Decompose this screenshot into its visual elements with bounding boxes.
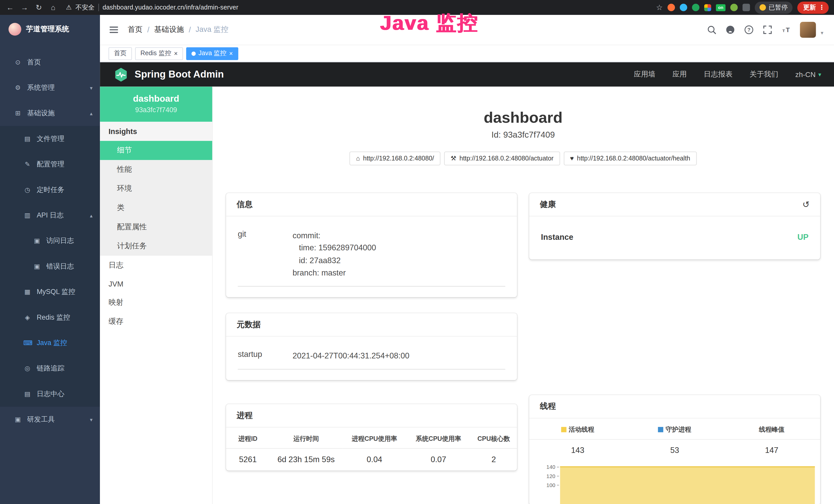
chevron-down-icon: ▾ [90, 85, 92, 91]
sidebar-item-label: Redis 监控 [37, 313, 70, 322]
font-size-icon[interactable]: T T [781, 25, 791, 35]
extension-icon-green[interactable] [692, 4, 699, 11]
sba-item-environment[interactable]: 环境 [100, 179, 212, 199]
help-icon[interactable]: ? [744, 25, 753, 35]
search-icon[interactable] [707, 25, 716, 35]
sidebar-item-java-monitor[interactable]: ⌨ Java 监控 [0, 330, 100, 356]
fullscreen-icon[interactable] [763, 25, 772, 35]
svg-text:T: T [786, 26, 790, 33]
history-icon[interactable]: ↺ [803, 200, 810, 209]
extension-icon-blue-drop[interactable] [680, 4, 687, 11]
sba-item-metrics[interactable]: 性能 [100, 160, 212, 179]
tab-redis-monitor[interactable]: Redis 监控 × [135, 47, 183, 60]
tab-label: Redis 监控 [140, 49, 171, 58]
user-avatar[interactable] [800, 22, 816, 38]
profile-paused-badge[interactable]: 已暂停 [755, 1, 792, 14]
extension-icon-orange[interactable] [667, 4, 675, 11]
sba-item-scheduled-tasks[interactable]: 计划任务 [100, 237, 212, 256]
sba-nav-about[interactable]: 关于我们 [749, 70, 778, 79]
sidebar-item-infrastructure[interactable]: ⊞ 基础设施 ▴ [0, 100, 100, 126]
browser-home-icon[interactable]: ⌂ [48, 3, 58, 12]
cell-pid: 5261 [226, 449, 270, 471]
file-icon: ▤ [23, 135, 31, 142]
sba-item-details[interactable]: 细节 [100, 141, 212, 160]
sidebar-item-scheduled-jobs[interactable]: ◷ 定时任务 [0, 177, 100, 203]
hamburger-icon[interactable] [107, 24, 120, 35]
svg-text:T: T [782, 28, 785, 33]
metadata-startup-row: startup 2021-04-27T00:44:31.254+08:00 [238, 349, 505, 370]
breadcrumb-home[interactable]: 首页 [128, 25, 142, 35]
close-icon[interactable]: × [229, 50, 233, 57]
info-term: git [238, 229, 292, 279]
col-header-pid: 进程ID [226, 428, 270, 449]
screen: ← → ↻ ⌂ ⚠ 不安全 dashboard.yudao.iocoder.cn… [0, 0, 834, 504]
active-threads-series-area [560, 466, 815, 504]
sba-nav-journal[interactable]: 日志报表 [704, 70, 732, 79]
sidebar-item-label: API 日志 [37, 210, 64, 220]
page-subtitle: Id: 93a3fc7f7409 [226, 130, 820, 140]
kebab-menu-icon[interactable]: ⋮ [818, 4, 825, 11]
extension-icon-leaf[interactable] [730, 4, 738, 11]
health-instance-row: Instance UP [541, 229, 809, 249]
actuator-url-link[interactable]: ⚒ http://192.168.0.2:48080/actuator [444, 152, 560, 165]
sidebar-item-config-mgmt[interactable]: ✎ 配置管理 [0, 152, 100, 177]
sidebar-item-log-center[interactable]: ▤ 日志中心 [0, 381, 100, 407]
toolbox-icon: ▣ [14, 416, 22, 423]
forward-icon[interactable]: → [20, 3, 29, 12]
log-center-icon: ▤ [23, 390, 31, 398]
github-icon[interactable] [726, 25, 735, 35]
tab-java-monitor[interactable]: Java 监控 × [186, 47, 238, 60]
breadcrumb-separator [189, 25, 191, 34]
sidebar-item-label: 访问日志 [46, 236, 74, 246]
link-label: http://192.168.0.2:48080/actuator [460, 155, 553, 162]
sidebar-item-api-logs[interactable]: ▥ API 日志 ▴ [0, 203, 100, 228]
sba-item-beans[interactable]: 类 [100, 198, 212, 217]
sidebar-item-system-mgmt[interactable]: ⚙ 系统管理 ▾ [0, 75, 100, 100]
process-table: 进程ID 运行时间 进程CPU使用率 系统CPU使用率 CPU核心数 5261 … [226, 428, 517, 471]
locale-select[interactable]: zh-CN ▾ [795, 70, 821, 78]
close-icon[interactable]: × [174, 50, 178, 57]
sidebar-item-file-mgmt[interactable]: ▤ 文件管理 [0, 126, 100, 152]
link-label: http://192.168.0.2:48080/actuator/health [577, 155, 690, 162]
sidebar-item-error-logs[interactable]: ▣ 错误日志 [0, 254, 100, 279]
profile-emoji-icon [760, 4, 766, 11]
chrome-update-button[interactable]: 更新 ⋮ [797, 1, 829, 14]
instance-name: dashboard [104, 93, 208, 104]
tab-home[interactable]: 首页 [108, 47, 132, 60]
sba-nav-wallboard[interactable]: 应用墙 [634, 70, 656, 79]
sidebar-item-dev-tools[interactable]: ▣ 研发工具 ▾ [0, 407, 100, 432]
reload-icon[interactable]: ↻ [34, 3, 44, 12]
back-icon[interactable]: ← [5, 3, 15, 12]
admin-sidebar: 芋道管理系统 ⊙ 首页 ⚙ 系统管理 ▾ ⊞ 基础设施 ▴ [0, 15, 100, 504]
sba-item-config-props[interactable]: 配置属性 [100, 217, 212, 237]
cards-right-column: 健康 ↺ Instance UP [529, 193, 820, 504]
sidebar-item-tracing[interactable]: ◎ 链路追踪 [0, 356, 100, 381]
chevron-down-icon[interactable]: ▾ [821, 30, 823, 38]
security-label[interactable]: 不安全 [75, 3, 95, 12]
url-text[interactable]: dashboard.yudao.iocoder.cn/infra/admin-s… [103, 4, 238, 11]
sba-item-logging[interactable]: 日志 [100, 256, 212, 275]
sba-nav-applications[interactable]: 应用 [673, 70, 687, 79]
sba-item-caches[interactable]: 缓存 [100, 312, 212, 331]
sidebar-item-redis-monitor[interactable]: ◈ Redis 监控 [0, 305, 100, 330]
legend-label: 线程峰值 [759, 426, 785, 433]
bookmark-star-icon[interactable]: ☆ [656, 3, 663, 12]
extension-icon-on-switch[interactable]: on [716, 4, 725, 11]
status-badge: UP [797, 232, 808, 241]
sidebar-item-access-logs[interactable]: ▣ 访问日志 [0, 228, 100, 253]
gear-icon: ⚙ [14, 84, 22, 91]
sba-item-jvm[interactable]: JVM [100, 275, 212, 293]
breadcrumb: 首页 基础设施 Java 监控 [128, 25, 228, 35]
extension-icon-puzzle[interactable] [743, 4, 750, 11]
address-bar[interactable]: ⚠ 不安全 dashboard.yudao.iocoder.cn/infra/a… [66, 3, 238, 12]
sidebar-item-label: 文件管理 [37, 134, 64, 143]
breadcrumb-infrastructure[interactable]: 基础设施 [154, 25, 184, 35]
service-url-link[interactable]: ⌂ http://192.168.0.2:48080/ [350, 152, 440, 165]
sidebar-item-home[interactable]: ⊙ 首页 [0, 49, 100, 75]
sidebar-item-mysql-monitor[interactable]: ▦ MySQL 监控 [0, 279, 100, 304]
sba-item-mappings[interactable]: 映射 [100, 293, 212, 312]
update-label: 更新 [803, 3, 816, 12]
extension-icon-grid[interactable] [704, 4, 711, 11]
health-url-link[interactable]: ♥ http://192.168.0.2:48080/actuator/heal… [564, 152, 697, 165]
legend-label: 活动线程 [569, 426, 594, 433]
